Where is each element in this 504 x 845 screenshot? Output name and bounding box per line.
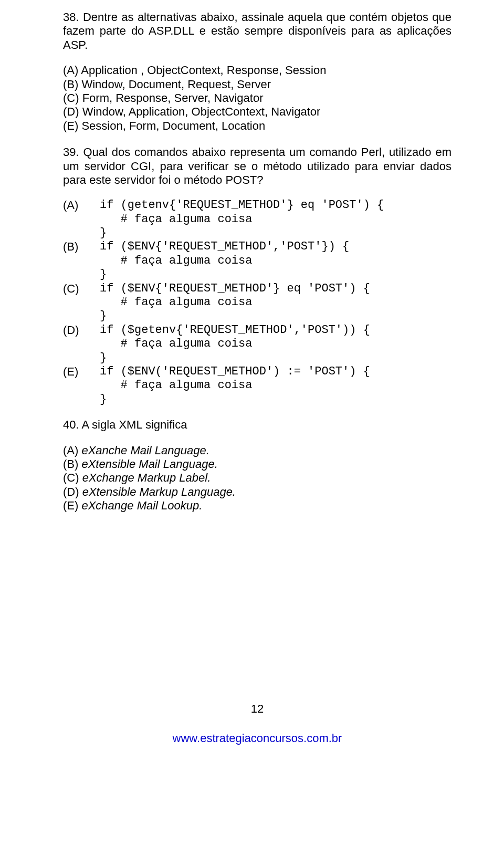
q39-label-c: (C): [63, 282, 100, 296]
page-number: 12: [63, 702, 452, 716]
q40-d-italic: eXtensible Markup Language.: [82, 485, 236, 498]
q38-options: (A) Application , ObjectContext, Respons…: [63, 64, 452, 133]
q40-option-b: (B) eXtensible Mail Language.: [63, 457, 452, 471]
q39-code-a: if (getenv{'REQUEST_METHOD'} eq 'POST') …: [100, 199, 384, 240]
q40-a-italic: eXanche Mail Language.: [81, 444, 209, 457]
q38-option-a: (A) Application , ObjectContext, Respons…: [63, 64, 452, 77]
q40-a-prefix: (A): [63, 444, 81, 457]
q38-text: 38. Dentre as alternativas abaixo, assin…: [63, 11, 452, 52]
q38-option-d: (D) Window, Application, ObjectContext, …: [63, 105, 452, 119]
q40-option-e: (E) eXchange Mail Lookup.: [63, 499, 452, 513]
q40-option-d: (D) eXtensible Markup Language.: [63, 485, 452, 499]
q39-code-b: if ($ENV{'REQUEST_METHOD','POST'}) { # f…: [100, 240, 349, 281]
q40-e-prefix: (E): [63, 499, 81, 512]
q40-c-prefix: (C): [63, 471, 82, 484]
q39-text: 39. Qual dos comandos abaixo representa …: [63, 145, 452, 187]
q38-option-e: (E) Session, Form, Document, Location: [63, 119, 452, 133]
q38-option-c: (C) Form, Response, Server, Navigator: [63, 91, 452, 105]
q40-b-prefix: (B): [63, 457, 81, 471]
q40-option-c: (C) eXchange Markup Label.: [63, 471, 452, 485]
q40-text: 40. A sigla XML significa: [63, 418, 452, 432]
q40-options: (A) eXanche Mail Language. (B) eXtensibl…: [63, 444, 452, 513]
q40-d-prefix: (D): [63, 485, 82, 498]
q39-code-e: if ($ENV('REQUEST_METHOD') := 'POST') { …: [100, 365, 370, 406]
q40-b-italic: eXtensible Mail Language.: [81, 457, 217, 471]
q39-options: (A) if (getenv{'REQUEST_METHOD'} eq 'POS…: [63, 199, 452, 406]
q38-option-b: (B) Window, Document, Request, Server: [63, 78, 452, 91]
q39-code-c: if ($ENV{'REQUEST_METHOD'} eq 'POST') { …: [100, 282, 370, 324]
q39-label-a: (A): [63, 199, 100, 212]
q40-e-italic: eXchange Mail Lookup.: [81, 499, 202, 512]
q39-label-d: (D): [63, 324, 100, 337]
q39-label-e: (E): [63, 365, 100, 379]
q40-option-a: (A) eXanche Mail Language.: [63, 444, 452, 457]
q39-code-d: if ($getenv{'REQUEST_METHOD','POST')) { …: [100, 324, 370, 365]
q39-label-b: (B): [63, 240, 100, 254]
footer-link: www.estrategiaconcursos.com.br: [63, 732, 452, 745]
q40-c-italic: eXchange Markup Label.: [82, 471, 211, 484]
